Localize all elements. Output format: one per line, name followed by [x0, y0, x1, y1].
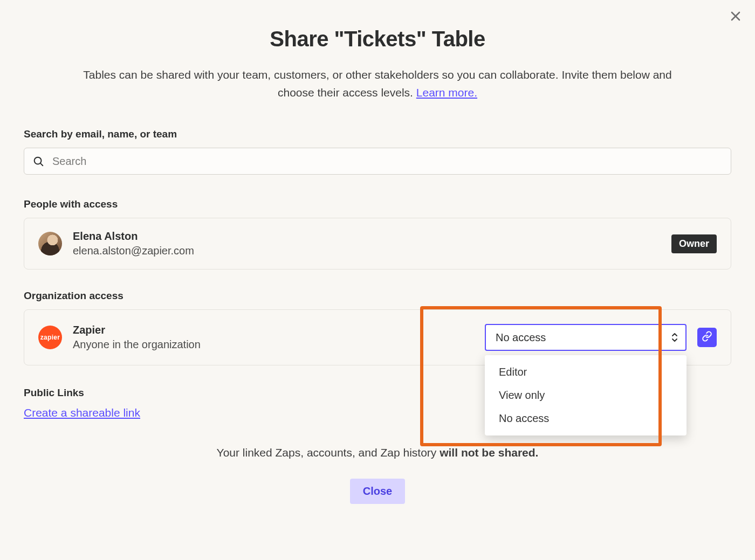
share-modal: Share "Tickets" Table Tables can be shar… [0, 0, 755, 560]
sort-icon [670, 332, 679, 343]
people-label: People with access [24, 198, 731, 210]
access-option-no-access[interactable]: No access [485, 407, 687, 430]
close-button[interactable]: Close [350, 479, 405, 504]
svg-line-3 [40, 163, 43, 165]
search-icon [32, 155, 44, 167]
search-input[interactable] [24, 148, 731, 175]
access-option-editor[interactable]: Editor [485, 361, 687, 384]
person-info: Elena Alston elena.alston@zapier.com [73, 229, 661, 258]
access-select: No access Editor View only No access [485, 324, 687, 351]
org-name: Zapier [73, 323, 474, 337]
modal-subtitle: Tables can be shared with your team, cus… [65, 66, 690, 101]
person-row: Elena Alston elena.alston@zapier.com Own… [24, 218, 731, 269]
modal-title: Share "Tickets" Table [24, 27, 731, 51]
person-name: Elena Alston [73, 229, 661, 244]
close-icon[interactable] [727, 8, 744, 25]
org-section: Organization access zapier Zapier Anyone… [24, 290, 731, 365]
people-section: People with access Elena Alston elena.al… [24, 198, 731, 269]
link-icon [702, 331, 712, 344]
zapier-logo-icon: zapier [38, 326, 62, 349]
access-select-value: No access [496, 331, 546, 344]
avatar [38, 232, 62, 255]
access-select-button[interactable]: No access [485, 324, 687, 351]
search-label: Search by email, name, or team [24, 128, 731, 140]
footer-text: Your linked Zaps, accounts, and Zap hist… [217, 446, 440, 459]
subtitle-text: Tables can be shared with your team, cus… [83, 68, 671, 99]
access-dropdown: Editor View only No access [485, 355, 687, 435]
footer-note: Your linked Zaps, accounts, and Zap hist… [24, 446, 731, 459]
learn-more-link[interactable]: Learn more. [416, 86, 477, 99]
access-option-view-only[interactable]: View only [485, 384, 687, 407]
copy-link-button[interactable] [697, 328, 717, 347]
org-info: Zapier Anyone in the organization [73, 323, 474, 352]
org-sub: Anyone in the organization [73, 337, 474, 352]
search-wrap [24, 148, 731, 175]
org-row: zapier Zapier Anyone in the organization… [24, 309, 731, 365]
footer-bold: will not be shared. [440, 446, 538, 459]
owner-badge: Owner [671, 234, 717, 253]
person-email: elena.alston@zapier.com [73, 244, 661, 258]
create-shareable-link[interactable]: Create a shareable link [24, 406, 140, 419]
org-label: Organization access [24, 290, 731, 302]
